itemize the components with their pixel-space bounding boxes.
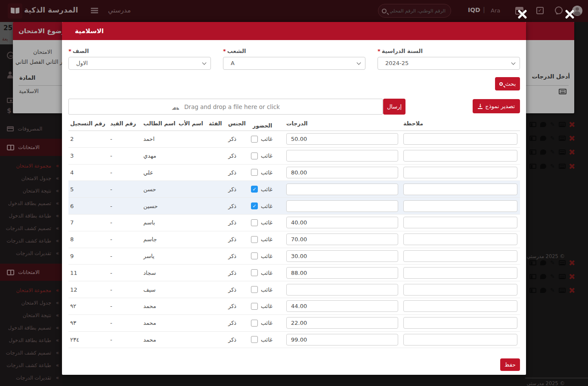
close-icon-back[interactable] [564, 9, 575, 20]
dialog-title: الاسلامية [62, 22, 526, 40]
filter-label: الصف* [68, 48, 211, 56]
note-input[interactable] [403, 300, 517, 312]
grade-input[interactable] [286, 317, 398, 329]
enroll-number: - [108, 186, 142, 193]
grade-input[interactable] [286, 300, 398, 312]
attendance-cell: غائب [251, 236, 285, 243]
save-button[interactable]: حفظ [500, 358, 520, 371]
attendance-cell: غائب [251, 169, 285, 176]
registration-number: 4 [68, 169, 108, 176]
enroll-number: - [108, 203, 142, 209]
table-row: 6-حسينذكر✓غائب [68, 198, 520, 215]
absence-checkbox[interactable]: ✓ [251, 202, 258, 209]
column-header: اسم الطالب [142, 120, 177, 131]
note-input[interactable] [403, 267, 517, 279]
grade-input[interactable] [286, 133, 398, 145]
absence-checkbox[interactable] [251, 303, 258, 310]
note-input[interactable] [403, 317, 517, 329]
absence-checkbox[interactable] [251, 269, 258, 276]
attendance-cell: غائب [251, 336, 285, 343]
absent-label: غائب [261, 136, 272, 142]
absence-checkbox[interactable] [251, 320, 258, 327]
required-asterisk: * [378, 48, 381, 54]
note-input[interactable] [403, 250, 517, 262]
absence-checkbox[interactable] [251, 153, 258, 159]
attendance-cell: غائب [251, 219, 285, 226]
attendance-cell: غائب [251, 252, 285, 259]
grade-input[interactable] [286, 150, 398, 162]
grade-input[interactable] [286, 334, 398, 346]
grade-input[interactable] [286, 267, 398, 279]
required-asterisk: * [223, 48, 226, 54]
absence-checkbox[interactable] [251, 136, 258, 143]
gender: ذكر [226, 236, 251, 243]
enroll-number: - [108, 320, 142, 326]
note-input[interactable] [403, 150, 517, 162]
note-input[interactable] [403, 284, 517, 296]
note-input[interactable] [403, 334, 517, 346]
absence-checkbox[interactable] [251, 169, 258, 176]
filter-select[interactable]: A [223, 57, 365, 70]
grade-input[interactable] [286, 184, 398, 195]
gender: ذكر [226, 320, 251, 326]
upload-cloud-icon: ☁↑ [171, 103, 181, 111]
file-dropzone[interactable]: ☁↑ Drag and drop a file here or click [68, 99, 383, 115]
filter-select[interactable]: 2024-25 [378, 57, 520, 70]
table-row: 11-سجادذكرغائب [68, 265, 520, 281]
note-input[interactable] [403, 167, 517, 178]
table-row: 3-مهديذكرغائب [68, 148, 520, 165]
grade-input[interactable] [286, 233, 398, 245]
absence-checkbox[interactable] [251, 286, 258, 293]
registration-number: 6 [68, 203, 108, 209]
attendance-cell: ✓غائب [251, 202, 285, 209]
table-row: ٩٣-محمدذكرغائب [68, 315, 520, 332]
absent-label: غائب [261, 303, 272, 309]
registration-number: 12 [68, 286, 108, 293]
absent-label: غائب [261, 270, 272, 276]
grade-input[interactable] [286, 250, 398, 262]
table-row: 7-باسمذكرغائب [68, 215, 520, 231]
absence-checkbox[interactable] [251, 236, 258, 243]
export-template-button[interactable]: تصدير نموذج ↓ [473, 99, 520, 113]
note-input[interactable] [403, 233, 517, 245]
absent-label: غائب [261, 253, 272, 259]
absent-label: غائب [261, 286, 272, 293]
absence-checkbox[interactable] [251, 252, 258, 259]
chevron-down-icon [357, 61, 361, 65]
enroll-number: - [108, 169, 142, 176]
note-input[interactable] [403, 200, 517, 212]
grade-input[interactable] [286, 200, 398, 212]
search-button[interactable]: بحث [495, 77, 520, 90]
absence-checkbox[interactable]: ✓ [251, 186, 258, 193]
registration-number: 11 [68, 270, 108, 276]
table-row: 4-عليذكرغائب [68, 165, 520, 181]
note-input[interactable] [403, 184, 517, 195]
absent-label: غائب [261, 336, 272, 343]
attendance-cell: غائب [251, 286, 285, 293]
note-input[interactable] [403, 217, 517, 228]
table-row: 12-سيفذكرغائب [68, 281, 520, 298]
absence-checkbox[interactable] [251, 219, 258, 226]
student-name: سيف [142, 286, 177, 293]
absent-label: غائب [261, 169, 272, 176]
student-name: جاسم [142, 236, 177, 243]
enroll-number: - [108, 303, 142, 309]
note-input[interactable] [403, 133, 517, 145]
grade-input[interactable] [286, 167, 398, 178]
enroll-number: - [108, 153, 142, 159]
absence-checkbox[interactable] [251, 336, 258, 343]
table-row: 8-جاسمذكرغائب [68, 231, 520, 248]
absent-label: غائب [261, 153, 272, 159]
close-icon[interactable] [517, 9, 528, 20]
grade-input[interactable] [286, 284, 398, 296]
enroll-number: - [108, 270, 142, 276]
filter-select[interactable]: الاول [68, 57, 211, 70]
attendance-cell: غائب [251, 320, 285, 327]
student-name: احمد [142, 136, 177, 142]
column-header: الحضور [251, 120, 285, 131]
table-row: 5-حسنذكر✓غائب [68, 181, 520, 198]
absent-label: غائب [261, 320, 272, 326]
send-button[interactable]: إرسال [383, 99, 405, 115]
grade-input[interactable] [286, 217, 398, 228]
absent-label: غائب [261, 236, 272, 243]
